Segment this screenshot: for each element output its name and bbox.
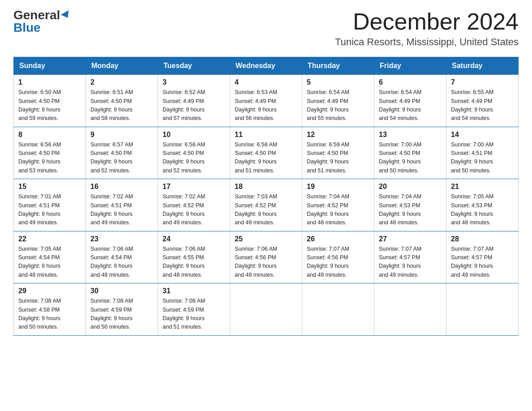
day-number: 15 [18, 183, 81, 191]
day-number: 6 [379, 78, 442, 86]
calendar-day-header: Tuesday [158, 57, 230, 75]
calendar-cell: 24Sunrise: 7:06 AMSunset: 4:55 PMDayligh… [158, 231, 230, 283]
day-info: Sunrise: 6:52 AMSunset: 4:49 PMDaylight:… [163, 88, 225, 123]
day-number: 7 [451, 78, 514, 86]
calendar-week-row: 8Sunrise: 6:56 AMSunset: 4:50 PMDaylight… [14, 127, 519, 179]
title-area: December 2024 Tunica Resorts, Mississipp… [335, 9, 519, 48]
calendar-cell: 30Sunrise: 7:08 AMSunset: 4:59 PMDayligh… [86, 283, 158, 336]
calendar-cell: 15Sunrise: 7:01 AMSunset: 4:51 PMDayligh… [14, 179, 86, 231]
calendar-cell: 12Sunrise: 6:59 AMSunset: 4:50 PMDayligh… [302, 127, 374, 179]
day-number: 21 [451, 183, 514, 191]
calendar-cell: 13Sunrise: 7:00 AMSunset: 4:50 PMDayligh… [374, 127, 446, 179]
day-number: 20 [379, 183, 442, 191]
day-number: 1 [18, 78, 81, 86]
calendar-cell: 7Sunrise: 6:55 AMSunset: 4:49 PMDaylight… [446, 75, 519, 127]
logo-general-text: General [13, 9, 60, 21]
calendar-week-row: 29Sunrise: 7:08 AMSunset: 4:58 PMDayligh… [14, 283, 519, 336]
day-number: 5 [307, 78, 369, 86]
day-number: 26 [307, 235, 369, 243]
day-info: Sunrise: 7:07 AMSunset: 4:56 PMDaylight:… [307, 245, 369, 280]
day-info: Sunrise: 7:08 AMSunset: 4:59 PMDaylight:… [90, 297, 153, 332]
calendar-cell: 27Sunrise: 7:07 AMSunset: 4:57 PMDayligh… [374, 231, 446, 283]
logo-blue-text: Blue [13, 21, 41, 34]
day-info: Sunrise: 7:08 AMSunset: 4:58 PMDaylight:… [18, 297, 81, 332]
calendar-cell: 4Sunrise: 6:53 AMSunset: 4:49 PMDaylight… [230, 75, 302, 127]
calendar-week-row: 1Sunrise: 6:50 AMSunset: 4:50 PMDaylight… [14, 75, 519, 127]
day-number: 3 [163, 78, 225, 86]
day-info: Sunrise: 6:55 AMSunset: 4:49 PMDaylight:… [451, 88, 514, 123]
calendar-cell: 28Sunrise: 7:07 AMSunset: 4:57 PMDayligh… [446, 231, 519, 283]
calendar-cell: 11Sunrise: 6:58 AMSunset: 4:50 PMDayligh… [230, 127, 302, 179]
calendar-cell: 14Sunrise: 7:00 AMSunset: 4:51 PMDayligh… [446, 127, 519, 179]
day-number: 16 [90, 183, 153, 191]
day-info: Sunrise: 7:06 AMSunset: 4:55 PMDaylight:… [163, 245, 225, 280]
day-number: 13 [379, 131, 442, 139]
day-info: Sunrise: 7:06 AMSunset: 4:54 PMDaylight:… [90, 245, 153, 280]
day-info: Sunrise: 7:00 AMSunset: 4:50 PMDaylight:… [379, 141, 442, 176]
calendar-cell: 20Sunrise: 7:04 AMSunset: 4:53 PMDayligh… [374, 179, 446, 231]
day-number: 24 [163, 235, 225, 243]
day-info: Sunrise: 7:03 AMSunset: 4:52 PMDaylight:… [235, 193, 297, 227]
day-info: Sunrise: 6:58 AMSunset: 4:50 PMDaylight:… [163, 141, 225, 176]
location-subtitle: Tunica Resorts, Mississippi, United Stat… [335, 36, 519, 48]
day-number: 2 [90, 78, 153, 86]
day-info: Sunrise: 7:02 AMSunset: 4:51 PMDaylight:… [90, 193, 153, 227]
day-info: Sunrise: 6:56 AMSunset: 4:50 PMDaylight:… [18, 141, 81, 176]
day-number: 11 [235, 131, 297, 139]
calendar-cell: 22Sunrise: 7:05 AMSunset: 4:54 PMDayligh… [14, 231, 86, 283]
calendar-cell: 8Sunrise: 6:56 AMSunset: 4:50 PMDaylight… [14, 127, 86, 179]
day-number: 22 [18, 235, 81, 243]
day-info: Sunrise: 7:00 AMSunset: 4:51 PMDaylight:… [451, 141, 514, 176]
day-info: Sunrise: 7:04 AMSunset: 4:53 PMDaylight:… [379, 193, 442, 227]
calendar-cell: 29Sunrise: 7:08 AMSunset: 4:58 PMDayligh… [14, 283, 86, 336]
day-number: 25 [235, 235, 297, 243]
calendar-cell: 3Sunrise: 6:52 AMSunset: 4:49 PMDaylight… [158, 75, 230, 127]
day-number: 14 [451, 131, 514, 139]
day-info: Sunrise: 6:59 AMSunset: 4:50 PMDaylight:… [307, 141, 369, 176]
calendar-day-header: Sunday [14, 57, 86, 75]
day-number: 10 [163, 131, 225, 139]
calendar-cell: 25Sunrise: 7:06 AMSunset: 4:56 PMDayligh… [230, 231, 302, 283]
day-info: Sunrise: 7:04 AMSunset: 4:52 PMDaylight:… [307, 193, 369, 227]
day-info: Sunrise: 7:07 AMSunset: 4:57 PMDaylight:… [379, 245, 442, 280]
calendar-cell: 5Sunrise: 6:54 AMSunset: 4:49 PMDaylight… [302, 75, 374, 127]
calendar-cell: 6Sunrise: 6:54 AMSunset: 4:49 PMDaylight… [374, 75, 446, 127]
day-number: 17 [163, 183, 225, 191]
calendar-cell: 23Sunrise: 7:06 AMSunset: 4:54 PMDayligh… [86, 231, 158, 283]
calendar-cell: 10Sunrise: 6:58 AMSunset: 4:50 PMDayligh… [158, 127, 230, 179]
day-info: Sunrise: 7:08 AMSunset: 4:59 PMDaylight:… [163, 297, 225, 332]
calendar-day-header: Friday [374, 57, 446, 75]
day-number: 4 [235, 78, 297, 86]
calendar-cell [374, 283, 446, 336]
calendar-cell [446, 283, 519, 336]
page-header: General Blue December 2024 Tunica Resort… [13, 9, 519, 48]
day-info: Sunrise: 7:02 AMSunset: 4:52 PMDaylight:… [163, 193, 225, 227]
day-number: 18 [235, 183, 297, 191]
calendar-day-header: Thursday [302, 57, 374, 75]
day-info: Sunrise: 6:50 AMSunset: 4:50 PMDaylight:… [18, 88, 81, 123]
calendar-day-header: Wednesday [230, 57, 302, 75]
day-number: 28 [451, 235, 514, 243]
calendar-week-row: 15Sunrise: 7:01 AMSunset: 4:51 PMDayligh… [14, 179, 519, 231]
day-info: Sunrise: 7:01 AMSunset: 4:51 PMDaylight:… [18, 193, 81, 227]
day-number: 19 [307, 183, 369, 191]
day-info: Sunrise: 7:05 AMSunset: 4:53 PMDaylight:… [451, 193, 514, 227]
logo: General Blue [13, 9, 71, 34]
calendar-table: SundayMondayTuesdayWednesdayThursdayFrid… [13, 57, 519, 336]
calendar-cell: 18Sunrise: 7:03 AMSunset: 4:52 PMDayligh… [230, 179, 302, 231]
day-info: Sunrise: 7:05 AMSunset: 4:54 PMDaylight:… [18, 245, 81, 280]
calendar-cell: 21Sunrise: 7:05 AMSunset: 4:53 PMDayligh… [446, 179, 519, 231]
calendar-cell: 17Sunrise: 7:02 AMSunset: 4:52 PMDayligh… [158, 179, 230, 231]
day-number: 29 [18, 287, 81, 295]
calendar-cell: 9Sunrise: 6:57 AMSunset: 4:50 PMDaylight… [86, 127, 158, 179]
calendar-cell [302, 283, 374, 336]
day-info: Sunrise: 6:54 AMSunset: 4:49 PMDaylight:… [307, 88, 369, 123]
calendar-cell: 2Sunrise: 6:51 AMSunset: 4:50 PMDaylight… [86, 75, 158, 127]
day-info: Sunrise: 7:07 AMSunset: 4:57 PMDaylight:… [451, 245, 514, 280]
logo-triangle-icon [61, 10, 72, 20]
calendar-day-header: Saturday [446, 57, 519, 75]
day-number: 12 [307, 131, 369, 139]
calendar-header-row: SundayMondayTuesdayWednesdayThursdayFrid… [14, 57, 519, 75]
day-number: 9 [90, 131, 153, 139]
calendar-cell [230, 283, 302, 336]
